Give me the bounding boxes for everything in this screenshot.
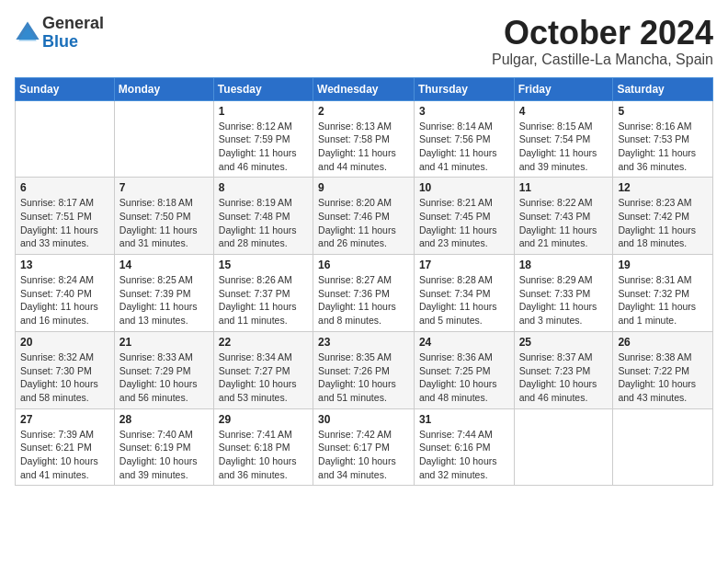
calendar-cell	[16, 100, 115, 178]
calendar-cell: 26Sunrise: 8:38 AM Sunset: 7:22 PM Dayli…	[613, 331, 713, 408]
calendar-cell: 30Sunrise: 7:42 AM Sunset: 6:17 PM Dayli…	[313, 408, 415, 486]
day-number: 11	[519, 181, 609, 194]
day-number: 26	[618, 336, 708, 349]
logo-blue: Blue	[42, 33, 104, 52]
calendar-cell: 2Sunrise: 8:13 AM Sunset: 7:58 PM Daylig…	[313, 100, 415, 178]
day-info: Sunrise: 8:12 AM Sunset: 7:59 PM Dayligh…	[219, 120, 308, 174]
logo-icon	[15, 20, 40, 46]
calendar-cell: 15Sunrise: 8:26 AM Sunset: 7:37 PM Dayli…	[213, 255, 313, 332]
page: General Blue October 2024 Pulgar, Castil…	[0, 0, 728, 495]
day-info: Sunrise: 8:17 AM Sunset: 7:51 PM Dayligh…	[20, 196, 109, 250]
day-info: Sunrise: 7:39 AM Sunset: 6:21 PM Dayligh…	[20, 428, 109, 482]
day-number: 4	[519, 105, 609, 118]
day-info: Sunrise: 8:15 AM Sunset: 7:54 PM Dayligh…	[519, 120, 609, 174]
day-number: 29	[219, 413, 308, 426]
day-info: Sunrise: 8:19 AM Sunset: 7:48 PM Dayligh…	[219, 196, 308, 250]
day-info: Sunrise: 8:35 AM Sunset: 7:26 PM Dayligh…	[318, 350, 409, 405]
day-header-monday: Monday	[114, 77, 213, 100]
day-info: Sunrise: 7:42 AM Sunset: 6:17 PM Dayligh…	[318, 428, 409, 482]
day-info: Sunrise: 8:29 AM Sunset: 7:33 PM Dayligh…	[519, 273, 609, 327]
day-info: Sunrise: 8:20 AM Sunset: 7:46 PM Dayligh…	[318, 196, 409, 250]
day-number: 15	[219, 259, 308, 271]
day-number: 30	[318, 413, 409, 426]
day-number: 22	[219, 336, 308, 349]
day-info: Sunrise: 8:18 AM Sunset: 7:50 PM Dayligh…	[119, 196, 209, 250]
calendar-cell: 6Sunrise: 8:17 AM Sunset: 7:51 PM Daylig…	[16, 178, 115, 255]
day-number: 10	[419, 181, 509, 194]
day-number: 18	[519, 259, 609, 271]
day-header-friday: Friday	[514, 77, 613, 100]
logo: General Blue	[15, 15, 104, 52]
day-info: Sunrise: 7:44 AM Sunset: 6:16 PM Dayligh…	[419, 428, 509, 482]
day-number: 17	[419, 259, 509, 271]
calendar-cell: 27Sunrise: 7:39 AM Sunset: 6:21 PM Dayli…	[16, 408, 115, 486]
day-info: Sunrise: 8:36 AM Sunset: 7:25 PM Dayligh…	[419, 350, 509, 405]
day-number: 21	[119, 336, 209, 349]
day-info: Sunrise: 8:25 AM Sunset: 7:39 PM Dayligh…	[119, 273, 209, 327]
day-info: Sunrise: 8:13 AM Sunset: 7:58 PM Dayligh…	[318, 120, 409, 174]
day-header-sunday: Sunday	[16, 77, 115, 100]
day-info: Sunrise: 7:40 AM Sunset: 6:19 PM Dayligh…	[119, 428, 209, 482]
day-number: 16	[318, 259, 409, 271]
day-number: 5	[618, 105, 708, 118]
header: General Blue October 2024 Pulgar, Castil…	[15, 15, 713, 68]
title-section: October 2024 Pulgar, Castille-La Mancha,…	[492, 15, 713, 68]
day-info: Sunrise: 8:38 AM Sunset: 7:22 PM Dayligh…	[618, 350, 708, 405]
day-info: Sunrise: 8:16 AM Sunset: 7:53 PM Dayligh…	[618, 120, 708, 174]
calendar-cell: 24Sunrise: 8:36 AM Sunset: 7:25 PM Dayli…	[414, 331, 514, 408]
calendar-cell: 21Sunrise: 8:33 AM Sunset: 7:29 PM Dayli…	[114, 331, 213, 408]
calendar-cell: 29Sunrise: 7:41 AM Sunset: 6:18 PM Dayli…	[213, 408, 313, 486]
day-number: 20	[20, 336, 109, 349]
day-info: Sunrise: 8:31 AM Sunset: 7:32 PM Dayligh…	[618, 273, 708, 327]
day-number: 9	[318, 181, 409, 194]
day-info: Sunrise: 8:32 AM Sunset: 7:30 PM Dayligh…	[20, 350, 109, 405]
calendar-week-3: 13Sunrise: 8:24 AM Sunset: 7:40 PM Dayli…	[16, 255, 713, 332]
day-number: 6	[20, 181, 109, 194]
calendar-cell: 9Sunrise: 8:20 AM Sunset: 7:46 PM Daylig…	[313, 178, 415, 255]
calendar-week-4: 20Sunrise: 8:32 AM Sunset: 7:30 PM Dayli…	[16, 331, 713, 408]
calendar-cell: 14Sunrise: 8:25 AM Sunset: 7:39 PM Dayli…	[114, 255, 213, 332]
day-info: Sunrise: 8:28 AM Sunset: 7:34 PM Dayligh…	[419, 273, 509, 327]
calendar-cell	[613, 408, 713, 486]
day-number: 19	[618, 259, 708, 271]
day-info: Sunrise: 8:37 AM Sunset: 7:23 PM Dayligh…	[519, 350, 609, 405]
calendar-week-1: 1Sunrise: 8:12 AM Sunset: 7:59 PM Daylig…	[16, 100, 713, 178]
day-number: 7	[119, 181, 209, 194]
day-header-saturday: Saturday	[613, 77, 713, 100]
day-header-tuesday: Tuesday	[213, 77, 313, 100]
day-number: 12	[618, 181, 708, 194]
calendar-table: SundayMondayTuesdayWednesdayThursdayFrid…	[15, 77, 713, 487]
calendar-cell: 1Sunrise: 8:12 AM Sunset: 7:59 PM Daylig…	[213, 100, 313, 178]
calendar-cell: 25Sunrise: 8:37 AM Sunset: 7:23 PM Dayli…	[514, 331, 613, 408]
day-number: 14	[119, 259, 209, 271]
month-title: October 2024	[492, 15, 713, 52]
day-info: Sunrise: 8:22 AM Sunset: 7:43 PM Dayligh…	[519, 196, 609, 250]
calendar-cell	[514, 408, 613, 486]
day-info: Sunrise: 8:14 AM Sunset: 7:56 PM Dayligh…	[419, 120, 509, 174]
calendar-cell: 17Sunrise: 8:28 AM Sunset: 7:34 PM Dayli…	[414, 255, 514, 332]
calendar-cell: 19Sunrise: 8:31 AM Sunset: 7:32 PM Dayli…	[613, 255, 713, 332]
day-header-thursday: Thursday	[414, 77, 514, 100]
calendar-cell: 4Sunrise: 8:15 AM Sunset: 7:54 PM Daylig…	[514, 100, 613, 178]
calendar-cell: 31Sunrise: 7:44 AM Sunset: 6:16 PM Dayli…	[414, 408, 514, 486]
day-number: 24	[419, 336, 509, 349]
day-info: Sunrise: 8:21 AM Sunset: 7:45 PM Dayligh…	[419, 196, 509, 250]
day-info: Sunrise: 8:33 AM Sunset: 7:29 PM Dayligh…	[119, 350, 209, 405]
location-title: Pulgar, Castille-La Mancha, Spain	[492, 52, 713, 68]
day-info: Sunrise: 8:24 AM Sunset: 7:40 PM Dayligh…	[20, 273, 109, 327]
day-number: 31	[419, 413, 509, 426]
calendar-cell: 20Sunrise: 8:32 AM Sunset: 7:30 PM Dayli…	[16, 331, 115, 408]
calendar-cell	[114, 100, 213, 178]
calendar-cell: 23Sunrise: 8:35 AM Sunset: 7:26 PM Dayli…	[313, 331, 415, 408]
day-info: Sunrise: 8:23 AM Sunset: 7:42 PM Dayligh…	[618, 196, 708, 250]
day-info: Sunrise: 7:41 AM Sunset: 6:18 PM Dayligh…	[219, 428, 308, 482]
calendar-cell: 10Sunrise: 8:21 AM Sunset: 7:45 PM Dayli…	[414, 178, 514, 255]
calendar-cell: 8Sunrise: 8:19 AM Sunset: 7:48 PM Daylig…	[213, 178, 313, 255]
calendar-week-5: 27Sunrise: 7:39 AM Sunset: 6:21 PM Dayli…	[16, 408, 713, 486]
calendar-cell: 11Sunrise: 8:22 AM Sunset: 7:43 PM Dayli…	[514, 178, 613, 255]
logo-general: General	[42, 15, 104, 33]
day-number: 2	[318, 105, 409, 118]
day-number: 27	[20, 413, 109, 426]
day-info: Sunrise: 8:27 AM Sunset: 7:36 PM Dayligh…	[318, 273, 409, 327]
day-info: Sunrise: 8:34 AM Sunset: 7:27 PM Dayligh…	[219, 350, 308, 405]
